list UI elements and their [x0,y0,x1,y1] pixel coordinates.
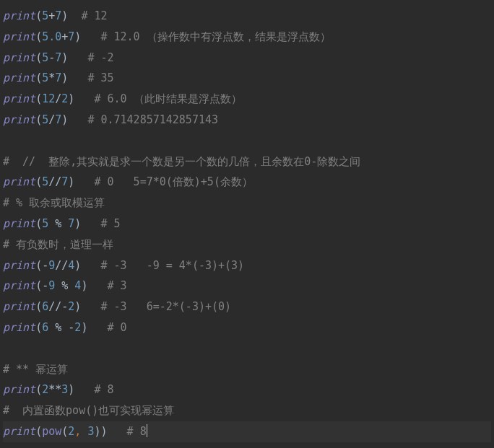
token-paren: ) [61,51,68,64]
code-line[interactable]: print(5.0+7) # 12.0 （操作数中有浮点数，结果是浮点数） [3,27,491,48]
token-comment: # -3 6=-2*(-3)+(0) [100,300,231,313]
code-line[interactable]: print(5/7) # 0.7142857142857143 [3,110,491,131]
code-line[interactable]: print(6//-2) # -3 6=-2*(-3)+(0) [3,297,491,317]
code-line[interactable] [3,131,491,151]
token-fn: print [3,9,35,22]
code-line[interactable]: # 内置函数pow()也可实现幂运算 [3,400,491,421]
token-num: 5.0 [42,30,61,43]
token-num: 4 [68,259,74,272]
token-op [81,217,100,230]
token-paren: ( [35,425,42,438]
token-op [68,51,87,64]
token-paren: ( [35,300,42,313]
token-paren: ( [35,259,42,272]
token-op: //- [48,300,68,313]
token-op [81,30,100,43]
token-num: 5 [42,113,48,126]
token-comment: # 有负数时，道理一样 [3,238,113,251]
token-comment: # 0.7142857142857143 [87,113,218,126]
token-comma: , [74,425,87,438]
token-num: 9 [48,259,55,272]
code-editor[interactable]: print(5+7) # 12print(5.0+7) # 12.0 （操作数中… [3,6,491,442]
token-comment: # 12.0 （操作数中有浮点数，结果是浮点数） [100,30,330,43]
token-comment: # // 整除,其实就是求一个数是另一个数的几倍，且余数在0-除数之间 [3,155,360,168]
token-op [74,92,94,105]
token-comment: # 3 [108,279,127,292]
token-num: 2 [68,425,74,438]
token-fn: print [3,71,35,84]
token-paren: ( [61,425,68,438]
token-op [68,9,81,22]
token-fn: print [3,383,35,396]
token-op: % - [48,321,74,334]
token-paren: ) [61,113,68,126]
code-line[interactable]: # ** 幂运算 [3,359,491,380]
token-op: + [61,30,68,43]
token-op: % [55,279,74,292]
token-op: - [48,51,55,64]
token-num: 7 [55,9,61,22]
text-cursor [147,424,147,437]
token-comment: # 8 [94,383,113,396]
token-op [68,113,87,126]
code-line[interactable]: print(-9//4) # -3 -9 = 4*(-3)+(3) [3,255,491,276]
code-line[interactable]: # 有负数时，道理一样 [3,234,491,255]
token-op [74,175,94,188]
token-paren: ) [68,175,74,188]
token-comment: # % 取余或取模运算 [3,196,105,209]
token-num: 5 [42,217,48,230]
token-fn: print [3,279,35,292]
code-line[interactable]: # % 取余或取模运算 [3,193,491,214]
token-op: - [42,279,48,292]
token-op [81,259,100,272]
token-num: 6 [42,321,48,334]
token-paren: ( [35,175,42,188]
token-paren: )) [94,425,107,438]
token-num: 7 [68,217,74,230]
token-num: 2 [42,383,48,396]
token-op [87,321,107,334]
token-num: 5 [42,71,48,84]
code-line[interactable]: print(6 % -2) # 0 [3,317,491,338]
code-line[interactable]: print(5-7) # -2 [3,48,491,69]
token-op: ** [48,383,61,396]
token-num: 5 [42,51,48,64]
token-comment: # 8 [127,425,147,438]
token-paren: ( [35,30,42,43]
code-line[interactable]: print(5 % 7) # 5 [3,214,491,234]
code-line[interactable]: print(12/2) # 6.0 （此时结果是浮点数） [3,89,491,110]
code-line[interactable]: print(5//7) # 0 5=7*0(倍数)+5(余数） [3,172,491,193]
token-op [87,279,107,292]
token-paren: ( [35,113,42,126]
token-op: // [48,175,61,188]
code-line[interactable] [3,338,491,359]
token-paren: ) [61,9,68,22]
token-fn: print [3,30,35,43]
token-paren: ( [35,321,42,334]
token-fn: print [3,425,35,438]
token-num: 2 [61,92,68,105]
token-fn: print [3,92,35,105]
code-line[interactable]: print(5+7) # 12 [3,6,491,27]
token-paren: ( [35,92,42,105]
code-line[interactable]: print(2**3) # 8 [3,379,491,400]
token-comment: # 35 [87,71,113,84]
code-line[interactable]: print(pow(2, 3)) # 8 [3,421,491,442]
token-num: 7 [55,113,61,126]
token-paren: ) [68,92,74,105]
token-comment: # 6.0 （此时结果是浮点数） [94,92,241,105]
token-paren: ) [68,383,74,396]
token-comment: # 0 5=7*0(倍数)+5(余数） [94,175,253,188]
token-fn: print [3,300,35,313]
token-num: 7 [55,51,61,64]
code-line[interactable]: # // 整除,其实就是求一个数是另一个数的几倍，且余数在0-除数之间 [3,151,491,172]
token-builtin: pow [42,425,61,438]
token-num: 9 [48,279,55,292]
token-fn: print [3,113,35,126]
token-num: 12 [42,92,55,105]
token-paren: ( [35,279,42,292]
code-line[interactable]: print(5*7) # 35 [3,68,491,89]
token-comment: # 12 [81,9,107,22]
token-op: % [48,217,68,230]
code-line[interactable]: print(-9 % 4) # 3 [3,276,491,297]
